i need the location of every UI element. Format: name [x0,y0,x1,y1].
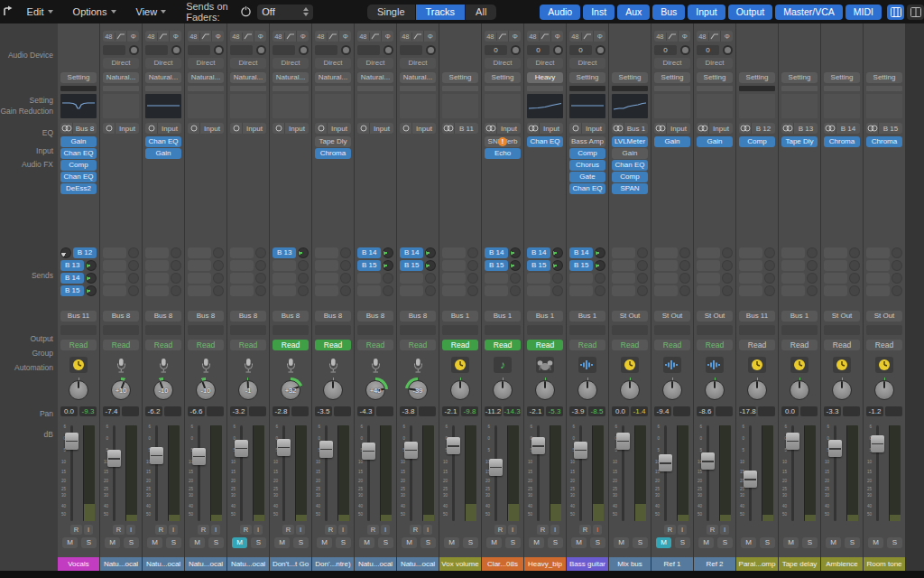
pan-knob[interactable] [829,378,855,403]
mute-button[interactable]: M [444,537,459,548]
send-slot[interactable] [103,247,139,258]
preamp-gain-value[interactable]: 0 [569,45,592,55]
send-slot[interactable] [400,273,436,284]
back-arrow-icon[interactable] [0,5,14,18]
track-name[interactable]: Don't...t Go [270,557,311,571]
fx-plugin-slot[interactable]: Chroma [824,136,860,147]
fader-db-value[interactable]: -4.3 [357,406,374,416]
output-routing-button[interactable]: St Out [654,311,690,322]
menu-options[interactable]: Options [66,5,124,19]
send-slot[interactable] [273,285,309,296]
automation-mode-button[interactable]: Read [442,340,478,350]
send-slot[interactable] [230,247,266,258]
solo-button[interactable]: S [505,537,521,548]
input-monitor-button[interactable]: I [296,525,305,535]
input-monitor-button[interactable]: I [169,525,178,535]
input-slot[interactable]: Input [188,123,224,134]
send-slot[interactable] [400,285,436,296]
eq-thumbnail[interactable] [824,94,860,118]
power-icon[interactable] [240,5,252,19]
record-enable-button[interactable]: R [198,525,209,535]
volume-fader-handle[interactable] [319,441,333,458]
direct-monitoring-button[interactable]: Direct [569,58,605,69]
automation-mode-button[interactable]: Read [357,340,393,350]
send-slot[interactable]: B 14 [569,247,605,258]
automation-mode-button[interactable]: Read [273,340,309,350]
mute-button[interactable]: M [571,537,587,548]
phantom-48v-button[interactable]: 48 [188,33,200,41]
track-name[interactable]: Ref 1 [651,557,693,571]
phase-invert-button[interactable]: Φ [212,33,224,41]
fader-db-value[interactable]: -3.9 [569,406,587,416]
preamp-gain-value[interactable]: 0 [485,45,507,55]
fx-plugin-slot[interactable]: DeEss2 [60,183,97,194]
send-knob[interactable] [86,260,97,271]
fader-db-value[interactable]: -6.2 [145,406,162,416]
mute-button[interactable]: M [62,537,78,548]
send-knob[interactable] [383,247,393,258]
channel-setting-button[interactable]: Setting [824,72,860,83]
preamp-gain-knob[interactable] [256,45,266,55]
mute-button[interactable]: M [147,537,162,548]
input-monitor-button[interactable]: I [338,525,347,535]
fader-db-value[interactable]: -8.6 [697,406,714,416]
send-slot[interactable]: B 14 [485,247,521,258]
peak-level-value[interactable] [207,406,224,416]
group-slot[interactable] [315,325,351,335]
output-routing-button[interactable]: St Out [866,311,902,322]
channel-setting-button[interactable]: Heavy [527,72,563,83]
output-routing-button[interactable]: Bus 1 [781,311,818,322]
input-slot[interactable]: Bus 1 [612,123,648,134]
peak-level-value[interactable]: -9.8 [461,406,478,416]
channel-setting-button[interactable]: Setting [866,72,902,83]
low-cut-filter-icon[interactable] [116,31,128,42]
input-slot[interactable]: Input [485,123,521,134]
phantom-48v-button[interactable]: 48 [230,33,243,41]
mute-button[interactable]: M [614,537,629,548]
fader-db-value[interactable]: -2.1 [442,406,459,416]
send-slot[interactable] [315,247,351,258]
track-name[interactable]: Vocals [58,557,99,571]
channel-setting-button[interactable]: Setting [612,72,648,83]
low-cut-filter-icon[interactable] [158,31,171,42]
automation-mode-button[interactable]: Read [824,340,860,350]
pan-knob[interactable]: -10 [151,378,176,403]
solo-button[interactable]: S [293,537,309,548]
low-cut-filter-icon[interactable] [412,31,425,42]
fx-plugin-slot[interactable]: SPAN [612,183,648,194]
send-slot[interactable]: B 14 [357,247,393,258]
group-slot[interactable] [145,325,181,335]
send-slot[interactable] [781,247,818,258]
segment-single[interactable]: Single [367,5,415,20]
solo-button[interactable]: S [633,537,648,548]
preamp-gain-value[interactable] [103,45,125,55]
send-knob[interactable] [86,273,97,284]
peak-level-value[interactable] [122,406,139,416]
eq-thumbnail[interactable] [145,94,181,118]
peak-level-value[interactable] [673,406,690,416]
fader-db-value[interactable]: -7.4 [103,406,120,416]
fx-plugin-slot[interactable]: Gain [60,136,97,147]
solo-button[interactable]: S [378,537,393,548]
phase-invert-button[interactable]: Φ [551,33,563,41]
solo-button[interactable]: S [420,537,436,548]
track-name[interactable]: Natu...ocal [227,557,269,571]
phantom-48v-button[interactable]: 48 [697,33,709,41]
record-enable-button[interactable]: R [707,525,718,535]
track-name[interactable]: Tape delay [779,557,820,571]
send-slot[interactable] [697,247,733,258]
group-slot[interactable] [612,325,648,335]
send-slot[interactable] [739,285,775,296]
output-routing-button[interactable]: St Out [697,311,733,322]
eq-thumbnail[interactable] [103,94,139,118]
fx-plugin-slot[interactable]: Comp [739,136,775,147]
type-filter-bus[interactable]: Bus [652,5,685,20]
pan-knob[interactable] [872,378,897,403]
phase-invert-button[interactable]: Φ [509,33,521,41]
type-filter-inst[interactable]: Inst [583,5,614,20]
output-routing-button[interactable]: Bus 8 [103,311,139,322]
automation-mode-button[interactable]: Read [739,340,775,350]
fx-plugin-slot[interactable]: Echo [485,148,521,159]
mute-button[interactable]: M [826,537,841,548]
channel-setting-button[interactable]: Natural... [188,72,224,83]
